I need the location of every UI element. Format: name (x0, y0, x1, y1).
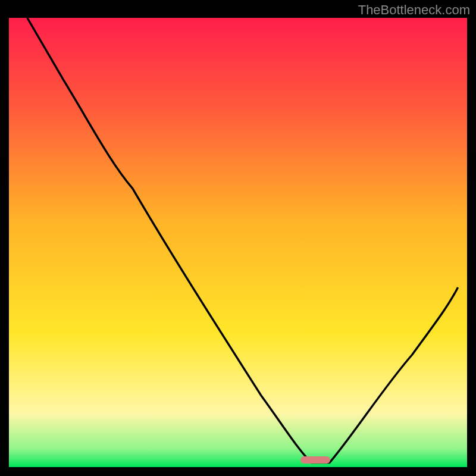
optimum-marker (300, 456, 330, 464)
curve-path (27, 18, 458, 462)
watermark-text: TheBottleneck.com (358, 2, 470, 18)
chart-plot-area (9, 18, 467, 467)
bottleneck-curve (9, 18, 467, 467)
